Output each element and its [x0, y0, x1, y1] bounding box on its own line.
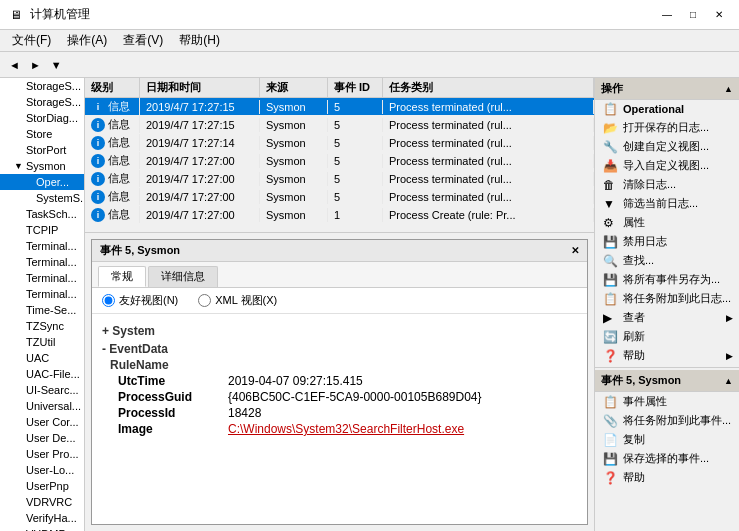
right-action-import-view[interactable]: 📥 导入自定义视图...: [595, 156, 739, 175]
right-action-create-view-label: 创建自定义视图...: [623, 139, 709, 154]
event-row-5[interactable]: i信息 2019/4/7 17:27:00 Sysmon 5 Process t…: [85, 188, 594, 206]
attach-task-icon: 📋: [603, 292, 619, 306]
right-action-clear-log-label: 清除日志...: [623, 177, 676, 192]
menu-item-a[interactable]: 操作(A): [59, 30, 115, 51]
level-icon-2: i: [91, 136, 105, 150]
menu-item-v[interactable]: 查看(V): [115, 30, 171, 51]
right-action-create-view[interactable]: 🔧 创建自定义视图...: [595, 137, 739, 156]
event-detail-close-icon[interactable]: ✕: [571, 245, 579, 256]
right-action-open-log[interactable]: 📂 打开保存的日志...: [595, 118, 739, 137]
sidebar-item-15[interactable]: TZSync: [0, 318, 84, 334]
sidebar-item-11[interactable]: Terminal...: [0, 254, 84, 270]
radio-xml-view[interactable]: XML 视图(X): [198, 293, 277, 308]
right-action-save-event[interactable]: 💾 保存选择的事件...: [595, 449, 739, 468]
sidebar-item-21[interactable]: User Cor...: [0, 414, 84, 430]
event-table-body: i信息 2019/4/7 17:27:15 Sysmon 5 Process t…: [85, 98, 594, 232]
detail-view-options: 友好视图(N) XML 视图(X): [92, 288, 587, 314]
sidebar-label-1: StorageS...: [26, 96, 81, 108]
sidebar-item-24[interactable]: User-Lo...: [0, 462, 84, 478]
sidebar-item-16[interactable]: TZUtil: [0, 334, 84, 350]
right-action-event-properties[interactable]: 📋 事件属性: [595, 392, 739, 411]
col-level-2: i信息: [85, 134, 140, 151]
close-button[interactable]: ✕: [707, 5, 731, 25]
sidebar-label-15: TZSync: [26, 320, 64, 332]
sidebar-item-20[interactable]: Universal...: [0, 398, 84, 414]
right-action-attach-event-task[interactable]: 📎 将任务附加到此事件...: [595, 411, 739, 430]
right-action-save-all[interactable]: 💾 将所有事件另存为...: [595, 270, 739, 289]
right-action-view[interactable]: ▶ 查者 ▶: [595, 308, 739, 327]
level-icon-3: i: [91, 154, 105, 168]
sidebar-item-6[interactable]: Oper...: [0, 174, 84, 190]
save-all-icon: 💾: [603, 273, 619, 287]
right-action-filter[interactable]: ▼ 筛选当前日志...: [595, 194, 739, 213]
sidebar-item-27[interactable]: VerifyHa...: [0, 510, 84, 526]
menu-item-h[interactable]: 帮助(H): [171, 30, 228, 51]
tab-general[interactable]: 常规: [98, 266, 146, 287]
col-eventid-2: 5: [328, 136, 383, 150]
sidebar-item-28[interactable]: VHDMP ...: [0, 526, 84, 531]
sidebar-item-13[interactable]: Terminal...: [0, 286, 84, 302]
sidebar-item-0[interactable]: StorageS...: [0, 78, 84, 94]
event-row-6[interactable]: i信息 2019/4/7 17:27:00 Sysmon 1 Process C…: [85, 206, 594, 224]
maximize-button[interactable]: □: [681, 5, 705, 25]
right-action-disable-log-label: 禁用日志: [623, 234, 667, 249]
sidebar-item-17[interactable]: UAC: [0, 350, 84, 366]
right-action-disable-log[interactable]: 💾 禁用日志: [595, 232, 739, 251]
sidebar-item-18[interactable]: UAC-File...: [0, 366, 84, 382]
field-processguid-key: ProcessGuid: [118, 390, 228, 404]
sidebar-label-8: TaskSch...: [26, 208, 77, 220]
right-action-clear-log[interactable]: 🗑 清除日志...: [595, 175, 739, 194]
right-action-help[interactable]: ❓ 帮助 ▶: [595, 346, 739, 365]
event-row-0[interactable]: i信息 2019/4/7 17:27:15 Sysmon 5 Process t…: [85, 98, 594, 116]
sidebar-item-22[interactable]: User De...: [0, 430, 84, 446]
sidebar-label-26: VDRVRC: [26, 496, 72, 508]
sidebar-item-26[interactable]: VDRVRC: [0, 494, 84, 510]
event-row-2[interactable]: i信息 2019/4/7 17:27:14 Sysmon 5 Process t…: [85, 134, 594, 152]
app-icon: 🖥: [8, 7, 24, 23]
sidebar-item-12[interactable]: Terminal...: [0, 270, 84, 286]
sidebar-item-5[interactable]: ▼Sysmon: [0, 158, 84, 174]
event-row-4[interactable]: i信息 2019/4/7 17:27:00 Sysmon 5 Process t…: [85, 170, 594, 188]
sidebar-item-8[interactable]: TaskSch...: [0, 206, 84, 222]
col-task-6: Process Create (rule: Pr...: [383, 208, 594, 222]
col-eventid-5: 5: [328, 190, 383, 204]
right-action-copy[interactable]: 📄 复制: [595, 430, 739, 449]
field-utctime-value: 2019-04-07 09:27:15.415: [228, 374, 363, 388]
right-action-find[interactable]: 🔍 查找...: [595, 251, 739, 270]
minimize-button[interactable]: —: [655, 5, 679, 25]
title-bar: 🖥 计算机管理 — □ ✕: [0, 0, 739, 30]
sidebar-label-22: User De...: [26, 432, 76, 444]
forward-button[interactable]: ►: [25, 54, 46, 76]
section-system: + System: [102, 324, 577, 338]
right-action-event-help[interactable]: ❓ 帮助: [595, 468, 739, 487]
sidebar-item-2[interactable]: StorDiag...: [0, 110, 84, 126]
sidebar-item-14[interactable]: Time-Se...: [0, 302, 84, 318]
sidebar-item-9[interactable]: TCPIP: [0, 222, 84, 238]
sidebar-item-23[interactable]: User Pro...: [0, 446, 84, 462]
right-action-operational[interactable]: 📋 Operational: [595, 100, 739, 118]
radio-friendly-view[interactable]: 友好视图(N): [102, 293, 178, 308]
save-event-icon: 💾: [603, 452, 619, 466]
sidebar-item-25[interactable]: UserPnp: [0, 478, 84, 494]
right-action-event-help-label: 帮助: [623, 470, 645, 485]
sidebar-item-3[interactable]: Store: [0, 126, 84, 142]
tab-details[interactable]: 详细信息: [148, 266, 218, 287]
event-row-3[interactable]: i信息 2019/4/7 17:27:00 Sysmon 5 Process t…: [85, 152, 594, 170]
right-action-properties[interactable]: ⚙ 属性: [595, 213, 739, 232]
col-source-3: Sysmon: [260, 154, 328, 168]
sidebar-label-4: StorPort: [26, 144, 66, 156]
sidebar-item-10[interactable]: Terminal...: [0, 238, 84, 254]
right-action-refresh[interactable]: 🔄 刷新: [595, 327, 739, 346]
col-source-4: Sysmon: [260, 172, 328, 186]
sidebar-item-1[interactable]: StorageS...: [0, 94, 84, 110]
right-action-attach-task[interactable]: 📋 将任务附加到此日志...: [595, 289, 739, 308]
event-row-1[interactable]: i信息 2019/4/7 17:27:15 Sysmon 5 Process t…: [85, 116, 594, 134]
sidebar-item-19[interactable]: UI-Searc...: [0, 382, 84, 398]
menu-item-f[interactable]: 文件(F): [4, 30, 59, 51]
field-processid-value: 18428: [228, 406, 261, 420]
sidebar-item-4[interactable]: StorPort: [0, 142, 84, 158]
content-area: 级别 日期和时间 来源 事件 ID 任务类别 i信息 2019/4/7 17:2…: [85, 78, 594, 531]
up-button[interactable]: ▼: [46, 54, 67, 76]
back-button[interactable]: ◄: [4, 54, 25, 76]
sidebar-item-7[interactable]: SystemS...: [0, 190, 84, 206]
